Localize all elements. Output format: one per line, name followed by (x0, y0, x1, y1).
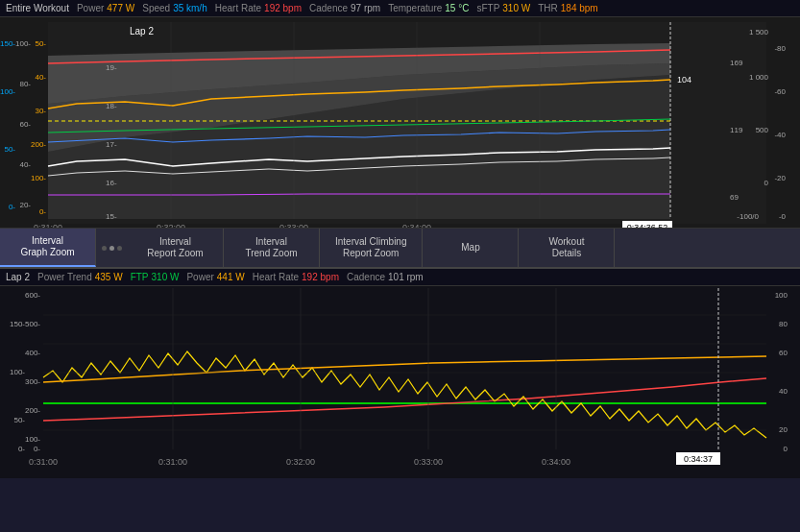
lap-power-stat: Power 441 W (186, 272, 244, 282)
svg-text:80-: 80- (19, 80, 31, 88)
svg-text:0:33:00: 0:33:00 (279, 223, 308, 229)
svg-text:200-: 200- (31, 140, 46, 149)
tab-interval-climbing-report-zoom[interactable]: Interval ClimbingReport Zoom (320, 229, 423, 267)
lap-cadence-stat: Cadence 101 rpm (347, 272, 424, 282)
temp-stat: Temperature 15 °C (388, 3, 469, 13)
lap-label: Lap 2 (6, 272, 30, 282)
svg-text:100-: 100- (15, 39, 31, 48)
svg-text:1 000: 1 000 (749, 73, 769, 82)
svg-text:80: 80 (779, 320, 788, 328)
tab-workout-details[interactable]: WorkoutDetails (519, 229, 615, 267)
svg-text:16-: 16- (106, 179, 117, 187)
svg-text:20: 20 (779, 425, 788, 434)
svg-text:20-: 20- (19, 201, 31, 209)
main-chart: 0:31:00 0:32:00 0:33:00 0:34:00 h:m:s La… (0, 17, 800, 229)
svg-text:200-: 200- (25, 406, 40, 415)
svg-text:0-: 0- (39, 207, 46, 216)
svg-text:69: 69 (730, 193, 739, 202)
svg-text:400-: 400- (25, 349, 40, 357)
svg-text:0-: 0- (9, 203, 15, 211)
svg-text:50-: 50- (35, 39, 46, 48)
svg-text:0:32:00: 0:32:00 (286, 457, 315, 467)
svg-text:0-: 0- (34, 445, 40, 453)
lap-stats-bar: Lap 2 Power Trend 435 W FTP 310 W Power … (0, 269, 800, 286)
svg-text:18-: 18- (106, 102, 117, 110)
power-trend-stat: Power Trend 435 W (37, 272, 123, 282)
svg-text:17-: 17- (106, 140, 117, 149)
svg-text:0:32:00: 0:32:00 (157, 223, 185, 229)
tab-map[interactable]: Map (423, 229, 519, 267)
svg-text:500: 500 (756, 126, 769, 134)
svg-text:0: 0 (784, 445, 788, 453)
svg-text:-0: -0 (779, 212, 787, 221)
svg-text:500-: 500- (25, 320, 40, 328)
svg-text:600-: 600- (25, 291, 40, 300)
svg-text:0-: 0- (18, 445, 25, 453)
svg-text:-40: -40 (774, 131, 786, 139)
svg-text:0:33:00: 0:33:00 (414, 457, 443, 467)
svg-text:119: 119 (730, 126, 743, 134)
tab-interval-report-zoom[interactable]: IntervalReport Zoom (128, 229, 224, 267)
svg-text:100-: 100- (25, 435, 40, 444)
main-chart-svg: 0:31:00 0:32:00 0:33:00 0:34:00 h:m:s La… (0, 17, 800, 229)
dot-2 (109, 246, 114, 251)
thr-stat: THR 184 bpm (538, 3, 597, 13)
sftp-stat: sFTP 310 W (476, 3, 530, 13)
cadence-stat: Cadence 97 rpm (309, 3, 380, 13)
bottom-chart-svg: 600- 500- 400- 300- 200- 100- 0- 150- 10… (0, 286, 800, 478)
svg-text:0:34:37: 0:34:37 (684, 454, 713, 464)
svg-text:-100/0: -100/0 (737, 212, 759, 221)
svg-text:0: 0 (764, 179, 769, 187)
tab-dots (96, 229, 128, 267)
svg-text:60-: 60- (19, 120, 31, 129)
svg-text:60: 60 (779, 349, 788, 357)
workout-label: Entire Workout (6, 3, 69, 13)
svg-text:169: 169 (730, 59, 743, 67)
svg-text:40-: 40- (19, 160, 31, 169)
svg-text:Lap 2: Lap 2 (130, 26, 154, 36)
svg-text:100-: 100- (31, 174, 46, 182)
svg-text:0:34:36,52: 0:34:36,52 (627, 223, 668, 229)
svg-text:100: 100 (775, 291, 788, 300)
svg-text:0:31:00: 0:31:00 (34, 223, 62, 229)
power-stat: Power 477 W (77, 3, 134, 13)
hr-stat: Heart Rate 192 bpm (215, 3, 302, 13)
tab-navigation: IntervalGraph Zoom IntervalReport Zoom I… (0, 229, 800, 269)
tab-interval-graph-zoom[interactable]: IntervalGraph Zoom (0, 229, 96, 267)
svg-text:40-: 40- (35, 73, 46, 82)
svg-rect-52 (43, 288, 766, 451)
svg-text:1 500: 1 500 (749, 28, 769, 36)
svg-text:-60: -60 (774, 87, 786, 96)
lap-hr-stat: Heart Rate 192 bpm (253, 272, 339, 282)
svg-text:0:31:00: 0:31:00 (29, 457, 58, 467)
tab-interval-trend-zoom[interactable]: IntervalTrend Zoom (224, 229, 320, 267)
svg-text:50-: 50- (4, 145, 15, 154)
svg-text:0:31:00: 0:31:00 (158, 457, 187, 467)
svg-text:300-: 300- (25, 377, 40, 386)
svg-text:19-: 19- (106, 63, 117, 72)
ftp-stat: FTP 310 W (131, 272, 180, 282)
speed-stat: Speed 35 km/h (142, 3, 207, 13)
bottom-chart: 600- 500- 400- 300- 200- 100- 0- 150- 10… (0, 286, 800, 478)
svg-text:100-: 100- (10, 368, 25, 376)
svg-text:30-: 30- (35, 107, 46, 115)
svg-text:150-: 150- (0, 39, 15, 48)
svg-text:40: 40 (779, 387, 788, 396)
svg-text:-80: -80 (774, 44, 786, 53)
svg-text:104: 104 (677, 75, 691, 85)
dot-1 (102, 246, 107, 251)
svg-text:15-: 15- (106, 212, 117, 221)
svg-text:50-: 50- (13, 416, 25, 424)
svg-text:0:34:00: 0:34:00 (402, 223, 431, 229)
svg-text:150-: 150- (10, 320, 25, 328)
stats-bar: Entire Workout Power 477 W Speed 35 km/h… (0, 0, 800, 17)
svg-text:0:34:00: 0:34:00 (542, 457, 570, 467)
dot-3 (117, 246, 122, 251)
svg-text:100-: 100- (0, 87, 15, 96)
svg-text:-20: -20 (774, 174, 786, 182)
